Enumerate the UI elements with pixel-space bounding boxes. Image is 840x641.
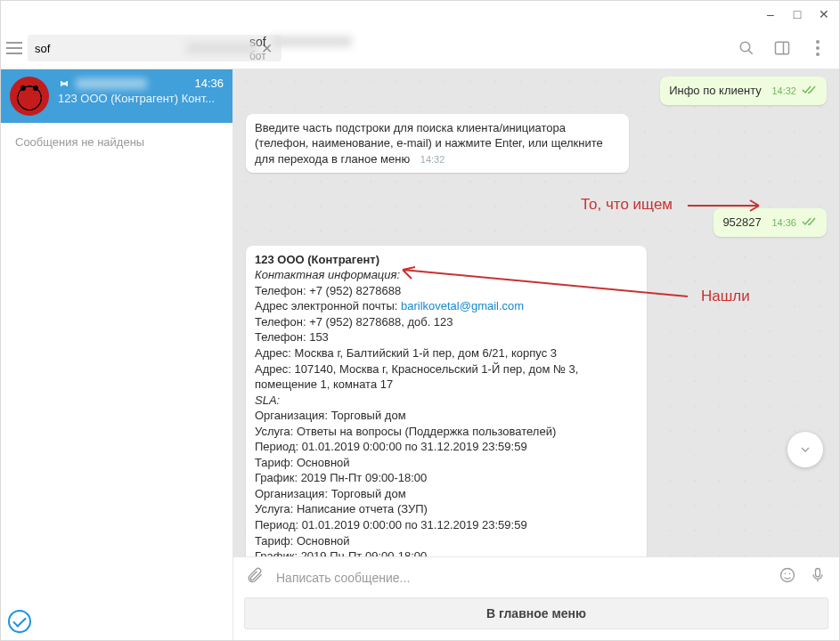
info-line: Период: 01.01.2019 0:00:00 по 31.12.2019… bbox=[255, 439, 638, 455]
window-maximize[interactable]: □ bbox=[789, 6, 805, 22]
info-line: Адрес: Москва г, Балтийский 1-й пер, дом… bbox=[255, 345, 638, 361]
chat-list-item[interactable]: 14:36 123 ООО (Контрагент) Конт... bbox=[1, 69, 232, 123]
info-line: Тариф: Основной bbox=[255, 455, 638, 471]
info-line: Телефон: 153 bbox=[255, 329, 638, 345]
message-bubble[interactable]: Введите часть подстроки для поиска клиен… bbox=[246, 114, 629, 174]
info-line: Адрес электронной почты: bbox=[255, 299, 401, 312]
svg-point-3 bbox=[816, 46, 820, 50]
info-line: Телефон: +7 (952) 8278688 bbox=[255, 283, 638, 299]
info-sla-header: SLA bbox=[255, 394, 277, 407]
message-time: 14:32 bbox=[420, 153, 445, 166]
chat-title[interactable]: sof бот bbox=[249, 35, 352, 62]
compose-bar: Написать сообщение... bbox=[233, 556, 839, 597]
info-line: Тариф: Основной bbox=[255, 533, 638, 549]
chat-time: 14:36 bbox=[194, 77, 224, 90]
message-time: 14:32 bbox=[771, 85, 796, 96]
message-in: 123 ООО (Контрагент) Контактная информац… bbox=[246, 246, 827, 556]
titlebar: – □ ✕ bbox=[1, 1, 839, 28]
chat-name-blur bbox=[76, 78, 147, 89]
emoji-icon[interactable] bbox=[779, 566, 796, 588]
svg-rect-8 bbox=[816, 569, 820, 577]
hamburger-menu-icon[interactable] bbox=[6, 37, 22, 60]
chat-title-blur bbox=[272, 36, 352, 47]
window-close[interactable]: ✕ bbox=[816, 6, 832, 22]
info-line: Услуга: Написание отчета (ЗУП) bbox=[255, 501, 638, 517]
svg-point-6 bbox=[785, 573, 787, 575]
svg-point-0 bbox=[740, 42, 750, 52]
svg-rect-1 bbox=[776, 42, 789, 54]
chat-preview: 123 ООО (Контрагент) Конт... bbox=[58, 92, 224, 105]
message-text: 952827 bbox=[722, 215, 761, 229]
attach-icon[interactable] bbox=[246, 566, 264, 588]
info-title: 123 ООО (Контрагент) bbox=[255, 252, 638, 268]
read-ticks-icon bbox=[802, 85, 818, 94]
svg-point-5 bbox=[781, 569, 795, 582]
more-icon[interactable] bbox=[809, 39, 827, 57]
info-contact-header: Контактная информация bbox=[255, 268, 396, 281]
no-results-label: Сообщения не найдены bbox=[1, 123, 232, 161]
topbar: ✕ sof бот bbox=[1, 28, 839, 69]
sidebar: 14:36 123 ООО (Контрагент) Конт... Сообщ… bbox=[1, 69, 233, 640]
message-time: 14:36 bbox=[771, 217, 796, 228]
info-line: График: 2019 Пн-Пт 09:00-18:00 bbox=[255, 470, 638, 486]
message-bubble[interactable]: 123 ООО (Контрагент) Контактная информац… bbox=[246, 246, 647, 556]
info-line: Период: 01.01.2019 0:00:00 по 31.12.2019… bbox=[255, 517, 638, 533]
message-text: Инфо по клиенту bbox=[669, 84, 762, 97]
info-line: Телефон: +7 (952) 8278688, доб. 123 bbox=[255, 314, 638, 330]
avatar bbox=[10, 77, 49, 116]
info-line: График: 2019 Пн-Пт 09:00-18:00 bbox=[255, 548, 638, 556]
side-panel-icon[interactable] bbox=[773, 39, 791, 57]
search-input[interactable] bbox=[33, 38, 186, 59]
info-line: Организация: Торговый дом bbox=[255, 408, 638, 424]
compose-input[interactable]: Написать сообщение... bbox=[276, 571, 766, 585]
svg-point-4 bbox=[816, 53, 820, 56]
svg-point-2 bbox=[816, 40, 820, 44]
svg-point-7 bbox=[789, 573, 791, 575]
search-blur bbox=[186, 42, 257, 54]
group-icon bbox=[58, 78, 70, 89]
info-line: Организация: Торговый дом bbox=[255, 486, 638, 502]
message-out: Инфо по клиенту 14:32 bbox=[246, 77, 827, 105]
info-line: Услуга: Ответы на вопросы (Поддержка пол… bbox=[255, 424, 638, 440]
info-line: Адрес: 107140, Москва г, Красносельский … bbox=[255, 361, 638, 393]
chat-area: Инфо по клиенту 14:32 Введите часть подс… bbox=[233, 69, 839, 640]
message-in: Введите часть подстроки для поиска клиен… bbox=[246, 114, 827, 174]
message-bubble[interactable]: 952827 14:36 bbox=[714, 208, 827, 237]
email-link[interactable]: barilkovetal@gmail.com bbox=[401, 299, 524, 312]
window-minimize[interactable]: – bbox=[763, 6, 779, 22]
message-bubble[interactable]: Инфо по клиенту 14:32 bbox=[660, 77, 827, 105]
chat-title-sub: бот bbox=[249, 50, 352, 62]
verified-badge-icon bbox=[8, 610, 31, 633]
main-menu-button[interactable]: В главное меню bbox=[244, 597, 828, 629]
scroll-down-fab[interactable] bbox=[787, 432, 823, 467]
messages[interactable]: Инфо по клиенту 14:32 Введите часть подс… bbox=[233, 69, 839, 556]
message-out: 952827 14:36 bbox=[246, 208, 827, 237]
mic-icon[interactable] bbox=[809, 566, 827, 588]
search-icon[interactable] bbox=[738, 39, 755, 57]
read-ticks-icon bbox=[802, 217, 818, 226]
